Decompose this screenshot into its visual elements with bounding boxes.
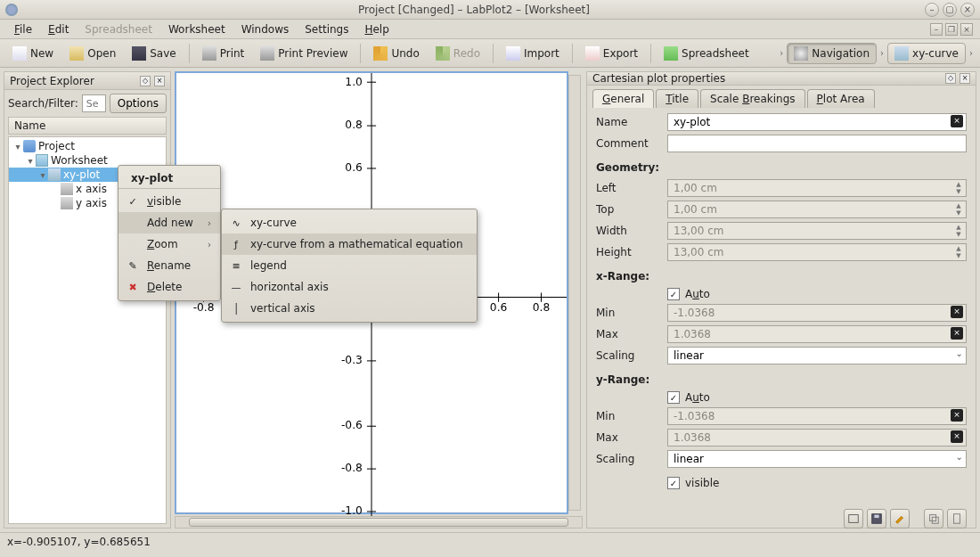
new-button[interactable]: New	[5, 43, 61, 64]
menu-settings[interactable]: Settings	[298, 21, 355, 37]
horizontal-scrollbar[interactable]	[175, 516, 583, 528]
paste-button[interactable]	[947, 509, 967, 528]
mdi-restore-button[interactable]: ❐	[945, 23, 958, 36]
vertical-scrollbar[interactable]	[568, 75, 581, 511]
submenu-item-horizontal-axis[interactable]: —horizontal axis	[222, 276, 477, 298]
load-theme-button[interactable]	[844, 509, 863, 528]
menu-item-zoom[interactable]: Zoom›	[118, 233, 220, 255]
submenu-item-legend[interactable]: ≡legend	[222, 255, 477, 276]
ymin-input[interactable]	[667, 407, 967, 425]
visible-checkbox[interactable]: ✓	[667, 477, 680, 489]
submenu-item-xycurve-equation[interactable]: ƒxy-curve from a mathematical equation	[222, 233, 477, 255]
submenu-add-new: ∿xy-curve ƒxy-curve from a mathematical …	[221, 209, 478, 323]
tab-plot-area[interactable]: Plot Area	[807, 89, 875, 108]
worksheet-icon	[36, 154, 48, 167]
mdi-minimize-button[interactable]: –	[930, 23, 943, 36]
haxis-icon: —	[229, 280, 243, 294]
xscaling-select[interactable]	[667, 347, 967, 365]
label-xmin: Min	[596, 304, 660, 322]
svg-text:-0.3: -0.3	[341, 354, 363, 366]
panel-float-button[interactable]: ◇	[140, 76, 151, 86]
maximize-button[interactable]: ▢	[943, 3, 957, 17]
svg-rect-24	[849, 515, 859, 523]
save-theme-button[interactable]	[867, 509, 886, 528]
clear-icon[interactable]: ×	[951, 327, 963, 340]
print-button[interactable]: Print	[195, 43, 252, 64]
edit-button[interactable]	[890, 509, 910, 528]
rename-icon: ✎	[126, 258, 140, 273]
search-input[interactable]	[82, 94, 106, 112]
svg-text:-0.8: -0.8	[193, 301, 215, 314]
label-width: Width	[596, 222, 660, 240]
export-button[interactable]: Export	[578, 43, 645, 64]
label-height: Height	[596, 243, 660, 261]
save-button[interactable]: Save	[125, 43, 183, 64]
panel-float-button[interactable]: ◇	[945, 73, 956, 84]
top-input[interactable]	[667, 201, 967, 218]
plot-icon	[48, 168, 61, 181]
label-yauto: Auto	[685, 391, 710, 404]
open-button[interactable]: Open	[62, 43, 123, 64]
xycurve-mode-button[interactable]: xy-curve	[887, 43, 966, 64]
minimize-button[interactable]: –	[925, 3, 939, 17]
name-input[interactable]	[667, 113, 967, 131]
yscaling-select[interactable]	[667, 450, 967, 468]
tab-title[interactable]: Title	[656, 89, 698, 108]
options-button[interactable]: Options	[110, 94, 167, 113]
chevron-down-icon: ⌄	[956, 452, 963, 462]
clear-icon[interactable]: ×	[951, 306, 963, 318]
submenu-item-vertical-axis[interactable]: │vertical axis	[222, 298, 477, 319]
redo-button: Redo	[429, 43, 487, 64]
tab-general[interactable]: General	[592, 89, 654, 108]
panel-close-button[interactable]: ×	[960, 73, 970, 84]
navigation-mode-button[interactable]: Navigation	[787, 43, 877, 64]
xauto-checkbox[interactable]: ✓	[667, 288, 680, 300]
tree-header-name[interactable]: Name	[8, 117, 167, 135]
heading-yrange: y-Range:	[596, 373, 967, 386]
menu-edit[interactable]: Edit	[41, 21, 76, 37]
axis-icon	[61, 197, 73, 209]
submenu-item-xycurve[interactable]: ∿xy-curve	[222, 212, 477, 233]
xmin-input[interactable]	[667, 304, 967, 322]
axis-icon	[61, 183, 73, 195]
yauto-checkbox[interactable]: ✓	[667, 391, 680, 404]
svg-text:-0.8: -0.8	[341, 462, 363, 474]
mdi-close-button[interactable]: ×	[960, 23, 973, 36]
ymax-input[interactable]	[667, 429, 967, 446]
import-button[interactable]: Import	[499, 43, 567, 64]
comment-input[interactable]	[667, 135, 967, 152]
clear-icon[interactable]: ×	[951, 115, 963, 127]
menu-help[interactable]: Help	[357, 21, 396, 37]
undo-button[interactable]: Undo	[366, 43, 426, 64]
search-label: Search/Filter:	[8, 97, 78, 110]
left-input[interactable]	[667, 179, 967, 197]
menu-item-add-new[interactable]: Add new›	[118, 212, 220, 233]
print-preview-button[interactable]: Print Preview	[253, 43, 355, 64]
height-input[interactable]	[667, 243, 967, 261]
menu-worksheet[interactable]: Worksheet	[161, 21, 233, 37]
context-menu-xyplot: xy-plot ✓visible Add new› Zoom› ✎Rename …	[118, 165, 221, 301]
panel-close-button[interactable]: ×	[154, 76, 165, 86]
close-button[interactable]: ×	[960, 3, 975, 17]
xmax-input[interactable]	[667, 325, 967, 343]
label-comment: Comment	[596, 135, 660, 152]
spreadsheet-button[interactable]: Spreadsheet	[657, 43, 756, 64]
window-title: Project [Changed] – LabPlot2 – [Workshee…	[23, 4, 925, 16]
menu-item-delete[interactable]: ✖Delete	[118, 276, 220, 298]
label-top: Top	[596, 201, 660, 218]
clear-icon[interactable]: ×	[951, 409, 963, 422]
tab-scale-breakings[interactable]: Scale Breakings	[700, 89, 805, 108]
chevron-right-icon: ›	[968, 48, 975, 58]
tree-item-project[interactable]: ▾Project	[9, 139, 166, 153]
curve-icon: ∿	[229, 216, 243, 230]
svg-rect-26	[874, 515, 878, 519]
menu-item-rename[interactable]: ✎Rename	[118, 255, 220, 276]
menu-windows[interactable]: Windows	[234, 21, 297, 37]
width-input[interactable]	[667, 222, 967, 240]
clear-icon[interactable]: ×	[951, 430, 963, 443]
svg-text:1.0: 1.0	[345, 76, 362, 88]
menu-item-visible[interactable]: ✓visible	[118, 191, 220, 212]
svg-rect-28	[932, 517, 938, 523]
copy-button[interactable]	[924, 509, 943, 528]
menu-file[interactable]: FFileile	[7, 21, 39, 37]
